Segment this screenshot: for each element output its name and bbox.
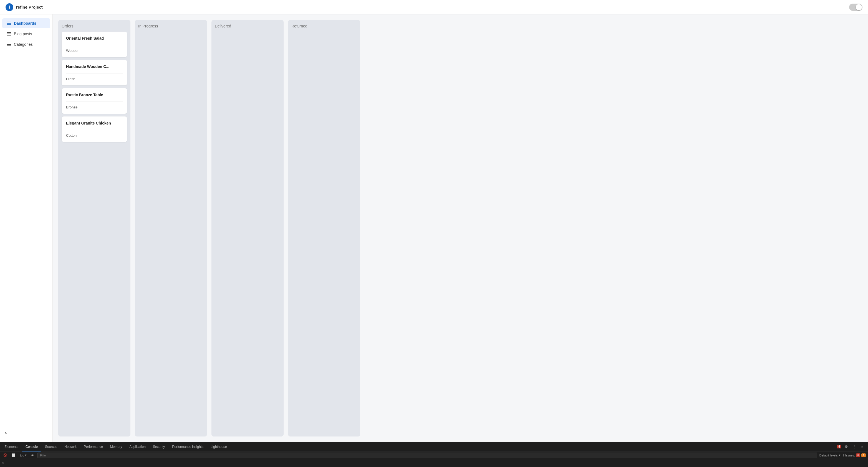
kanban-card-subtitle: Fresh: [66, 77, 123, 81]
devtools-tab-security[interactable]: Security: [150, 442, 168, 452]
kanban-card-title: Oriental Fresh Salad: [66, 36, 123, 40]
sidebar-items: Dashboards Blog posts Categories: [0, 18, 53, 50]
devtools-inspect-icon[interactable]: ⬜: [10, 453, 17, 458]
devtools-error-badge: 6: [837, 445, 841, 448]
kanban-card-title: Rustic Bronze Table: [66, 93, 123, 97]
devtools-more-icon[interactable]: ⋮: [851, 444, 857, 449]
kanban-board: Orders Oriental Fresh Salad Wooden Handm…: [53, 14, 868, 442]
devtools-toolbar: 🚫 ⬜ top ▾ 👁 Default levels ▾ 7 Issues: 6…: [0, 452, 868, 459]
kanban-card-subtitle: Bronze: [66, 105, 123, 109]
devtools-prompt: >: [2, 461, 4, 465]
sidebar-item-dashboards[interactable]: Dashboards: [2, 18, 50, 28]
devtools-tabs: ElementsConsoleSourcesNetworkPerformance…: [0, 442, 868, 452]
devtools-block-icon[interactable]: 🚫: [2, 453, 8, 458]
devtools-tab-console[interactable]: Console: [22, 442, 41, 452]
main-layout: Dashboards Blog posts Categories < Order…: [0, 14, 868, 442]
kanban-card-subtitle: Cotton: [66, 133, 123, 138]
kanban-column-in-progress: In Progress: [135, 20, 207, 436]
kanban-card[interactable]: Rustic Bronze Table Bronze: [62, 88, 127, 114]
devtools-tab-network[interactable]: Network: [61, 442, 80, 452]
kanban-column-returned: Returned: [288, 20, 360, 436]
devtools-console: 🚫 ⬜ top ▾ 👁 Default levels ▾ 7 Issues: 6…: [0, 452, 868, 467]
sidebar-item-categories[interactable]: Categories: [2, 39, 50, 49]
kanban-card[interactable]: Elegant Granite Chicken Cotton: [62, 116, 127, 142]
devtools-tab-application[interactable]: Application: [126, 442, 149, 452]
kanban-column-title-orders: Orders: [62, 24, 127, 28]
devtools-icons: 6 ⚙ ⋮ ✕: [837, 444, 867, 449]
kanban-card-divider: [66, 45, 123, 45]
kanban-card-subtitle: Wooden: [66, 48, 123, 53]
menu-icon: [7, 43, 11, 46]
sidebar-item-label: Dashboards: [14, 21, 36, 26]
sidebar-collapse-button[interactable]: <: [0, 427, 53, 439]
kanban-column-title-in-progress: In Progress: [138, 24, 204, 28]
devtools-tab-elements[interactable]: Elements: [1, 442, 22, 452]
kanban-column-delivered: Delivered: [212, 20, 284, 436]
brand-title: refine Project: [16, 5, 43, 9]
devtools-console-input[interactable]: [5, 461, 866, 465]
devtools-levels[interactable]: Default levels ▾: [819, 454, 840, 457]
kanban-column-orders: Orders Oriental Fresh Salad Wooden Handm…: [58, 20, 130, 436]
devtools-eye-icon[interactable]: 👁: [30, 453, 35, 458]
sidebar-item-label: Categories: [14, 42, 33, 46]
devtools-tab-lighthouse[interactable]: Lighthouse: [207, 442, 230, 452]
kanban-card-divider: [66, 73, 123, 73]
menu-icon: [7, 22, 11, 25]
kanban-column-title-returned: Returned: [291, 24, 357, 28]
sidebar: Dashboards Blog posts Categories <: [0, 14, 53, 442]
kanban-card-divider: [66, 130, 123, 130]
sidebar-item-blog-posts[interactable]: Blog posts: [2, 29, 50, 39]
devtools-top-selector[interactable]: top ▾: [19, 453, 28, 458]
devtools-tab-performance[interactable]: Performance: [81, 442, 106, 452]
devtools-panel: ElementsConsoleSourcesNetworkPerformance…: [0, 442, 868, 467]
devtools-issues-error-badge: 6: [856, 454, 861, 457]
devtools-tab-performance-insights[interactable]: Performance insights: [169, 442, 207, 452]
devtools-filter-input[interactable]: [37, 453, 817, 458]
devtools-tab-memory[interactable]: Memory: [107, 442, 125, 452]
devtools-tab-sources[interactable]: Sources: [42, 442, 61, 452]
devtools-settings-icon[interactable]: ⚙: [844, 444, 849, 449]
sidebar-item-label: Blog posts: [14, 32, 32, 36]
kanban-column-title-delivered: Delivered: [215, 24, 280, 28]
kanban-card-title: Elegant Granite Chicken: [66, 121, 123, 125]
brand-icon: i: [5, 3, 13, 11]
kanban-card-divider: [66, 101, 123, 102]
devtools-issues: 7 Issues: 6 1: [843, 454, 866, 457]
devtools-issues-warning-badge: 1: [861, 454, 866, 457]
menu-icon: [7, 32, 11, 35]
topbar-left: i refine Project: [5, 3, 43, 11]
kanban-card[interactable]: Handmade Wooden C... Fresh: [62, 60, 127, 86]
kanban-card[interactable]: Oriental Fresh Salad Wooden: [62, 32, 127, 57]
theme-toggle[interactable]: [849, 4, 863, 11]
devtools-input-row: >: [0, 459, 868, 467]
topbar: i refine Project: [0, 0, 868, 14]
devtools-close-icon[interactable]: ✕: [859, 444, 865, 449]
kanban-card-title: Handmade Wooden C...: [66, 64, 123, 69]
